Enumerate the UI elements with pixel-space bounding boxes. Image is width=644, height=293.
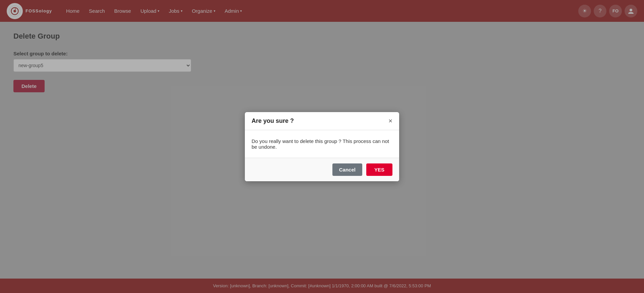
- modal-close-button[interactable]: ×: [388, 117, 392, 124]
- modal-header: Are you sure ? ×: [245, 112, 399, 130]
- modal-body-text: Do you really want to delete this group …: [252, 138, 392, 150]
- cancel-button[interactable]: Cancel: [332, 163, 362, 176]
- yes-button[interactable]: YES: [366, 163, 392, 176]
- modal-title: Are you sure ?: [252, 117, 294, 125]
- confirm-modal: Are you sure ? × Do you really want to d…: [245, 112, 399, 181]
- modal-body: Do you really want to delete this group …: [245, 130, 399, 158]
- modal-overlay: Are you sure ? × Do you really want to d…: [0, 0, 644, 293]
- modal-footer: Cancel YES: [245, 158, 399, 181]
